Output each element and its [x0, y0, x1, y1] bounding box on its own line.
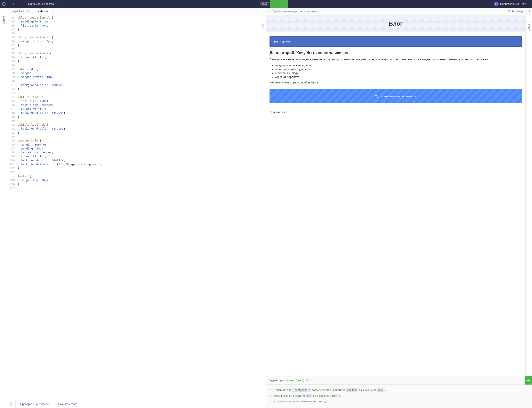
resize-handle-icon[interactable]: ⇔ [268, 10, 270, 13]
preview-paragraph: Сегодня весь вечер просидел в интернете.… [270, 58, 522, 62]
preview-footer: Подвал сайта [266, 108, 525, 119]
refresh-icon [507, 10, 510, 13]
task-item: ✓затем внешний отступ margin со значение… [269, 394, 529, 398]
zoom-in-button[interactable]: + [525, 15, 532, 22]
user-name: Неопознанный Енот [500, 2, 526, 6]
next-lesson-button[interactable] [270, 0, 288, 8]
svg-point-0 [496, 3, 496, 4]
preview-header: ⇔ Дневник начинающего верстальщика Автоз… [266, 8, 532, 15]
logo-icon[interactable] [0, 0, 8, 8]
task-item: ✓В правиле для .partnership задайте внут… [269, 388, 529, 392]
preview-pane[interactable]: Блог На главную День второй. Хочу быть в… [266, 15, 525, 376]
chevron-down-icon [527, 3, 529, 5]
zoom-value: 100% [527, 22, 530, 32]
autorun-toggle[interactable]: Автозапуск [507, 10, 524, 13]
list-item: ты делаешь полезное дело [275, 64, 522, 67]
preview-list: ты делаешь полезное деломожешь работать … [275, 64, 522, 78]
svg-point-1 [497, 3, 497, 4]
preview-hero: Блог [266, 15, 525, 33]
menu-icon [2, 10, 6, 12]
chevron-down-icon [55, 3, 57, 5]
tab-style-css[interactable]: style.css [33, 8, 53, 15]
lesson-title-dropdown[interactable]: Оформление текста [28, 2, 57, 6]
list-item: можешь работать удалённо [275, 68, 522, 71]
theory-label: Теория [2, 16, 5, 24]
tasks-panel: Задачи (выполнено 3 из 3) ⓘ ✓В правиле д… [266, 376, 532, 408]
zoom-controls: + 100% − [525, 15, 532, 376]
shield-icon[interactable] [8, 400, 16, 408]
list-item: интересные люди [275, 71, 522, 75]
check-icon: ✓ [269, 400, 271, 404]
show-answer-button[interactable]: Показать ответ [54, 400, 82, 408]
preview-nav: На главную [270, 36, 522, 47]
split-icon [26, 10, 29, 12]
run-button[interactable] [524, 376, 532, 384]
preview-paragraph: Желания учиться резко прибавилось. [270, 80, 522, 85]
preview-banner: Тут могла быть ваша реклама [270, 89, 522, 103]
preview-title: Дневник начинающего верстальщика [273, 10, 317, 13]
editor-footer: Проверить на сервере Показать ответ [8, 400, 266, 408]
tasks-count: (выполнено 3 из 3) [280, 379, 304, 382]
preview-nav-link[interactable]: На главную [274, 40, 290, 43]
language-badge: CSS [262, 24, 265, 28]
tab-label: day-2.html [12, 10, 24, 13]
expand-icon[interactable] [527, 9, 530, 13]
check-icon: ✓ [269, 394, 271, 398]
zoom-out-button[interactable]: − [525, 32, 532, 39]
list-item: хорошая зарплата [275, 76, 522, 78]
prev-lesson-button[interactable] [8, 0, 25, 8]
lesson-title-text: Оформление текста [28, 2, 54, 6]
check-on-server-button[interactable]: Проверить на сервере [16, 400, 54, 408]
tab-day2-html[interactable]: day-2.html [8, 8, 33, 15]
user-menu[interactable]: Неопознанный Енот [491, 1, 532, 6]
theory-sidebar[interactable]: Теория [0, 8, 8, 408]
check-icon: ✓ [269, 388, 271, 392]
tasks-title: Задачи [269, 379, 278, 382]
info-icon[interactable]: ⓘ [306, 379, 309, 382]
progress-indicator: 12/20 [260, 2, 269, 6]
task-item: ✓и горизонтальное выравнивание по центру… [269, 400, 529, 404]
avatar [494, 1, 499, 6]
editor-tabs: day-2.html style.css [8, 8, 266, 15]
tab-label: style.css [37, 10, 48, 13]
preview-heading: День второй. Хочу быть верстальщиком [270, 51, 522, 55]
code-editor[interactable]: CSS ▾ 6465666768▾ 69707172▾ 73747576▾ 77… [8, 15, 266, 400]
topbar: Оформление текста 12/20 Неопознанный Ено… [0, 0, 532, 8]
